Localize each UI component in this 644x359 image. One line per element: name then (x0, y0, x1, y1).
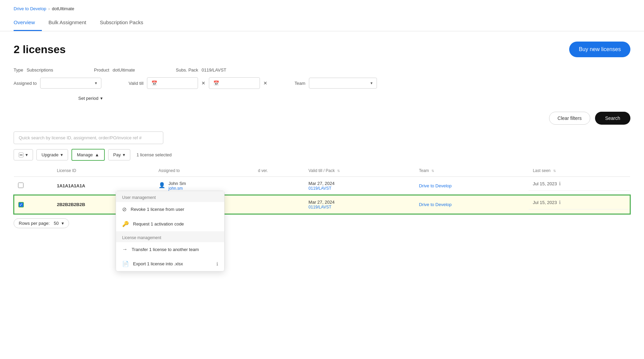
col-last-seen[interactable]: Last seen ⇅ (529, 165, 630, 177)
activation-code-label: Request 1 activation code (133, 221, 218, 227)
col-checkbox (14, 165, 53, 177)
chevron-down-icon: ▾ (95, 81, 97, 85)
tabs-bar: Overview Bulk Assignment Subscription Pa… (0, 15, 644, 31)
filters-section: Type Subscriptions Product dotUltimate S… (0, 64, 644, 109)
filter-type-value: Subscriptions (27, 67, 53, 73)
tab-subscription-packs[interactable]: Subscription Packs (100, 15, 150, 31)
row2-info-icon[interactable]: ℹ (559, 200, 561, 205)
row1-last-seen: Jul 15, 2023 (533, 181, 557, 186)
quick-search-row (0, 131, 644, 149)
filter-type-label: Type (14, 67, 23, 73)
filter-product-label: Product (94, 67, 109, 73)
revoke-icon: ⊘ (122, 206, 127, 213)
row1-version-cell (254, 177, 304, 196)
row1-checkbox[interactable] (18, 183, 23, 188)
clear-filters-button[interactable]: Clear filters (549, 112, 590, 125)
row1-valid-till-cell: Mar 27, 2024 0119/LAVST (304, 177, 415, 196)
filter-assigned-to-label: Assigned to (14, 81, 37, 86)
date-to-clear-icon[interactable]: ✕ (263, 80, 267, 86)
tab-overview[interactable]: Overview (14, 15, 42, 31)
pay-chevron-icon: ▾ (123, 152, 125, 157)
row2-checkbox-cell[interactable]: ✓ (14, 195, 53, 214)
col-valid-till[interactable]: Valid till / Pack ⇅ (304, 165, 415, 177)
row2-version-cell (254, 195, 304, 214)
filter-valid-till-label: Valid till (129, 81, 144, 86)
filter-type-group: Type Subscriptions (14, 67, 53, 73)
row1-license-id: 1A1A1A1A1A (57, 183, 85, 188)
row2-last-seen-cell: Jul 15, 2023 ℹ (529, 196, 630, 209)
filter-date-from[interactable]: 📅 (147, 77, 198, 89)
page-header: 2 licenses Buy new licenses (0, 31, 644, 64)
dropdown-activation-code-item[interactable]: 🔑 Request 1 activation code (116, 217, 224, 231)
select-all-button[interactable]: ▾ (14, 149, 33, 160)
filter-team-label: Team (295, 81, 306, 86)
filter-date-to[interactable]: 📅 (209, 77, 260, 89)
dropdown-user-management-label: User management (116, 191, 224, 202)
row2-checkbox[interactable]: ✓ (18, 202, 24, 207)
row1-info-icon[interactable]: ℹ (559, 181, 561, 186)
col-team[interactable]: Team ⇅ (415, 165, 529, 177)
filter-assigned-to-group: Assigned to ▾ (14, 78, 101, 89)
table-header: License ID Assigned to d ver. Valid till… (14, 165, 630, 177)
last-seen-sort-icon: ⇅ (553, 169, 556, 173)
dropdown-license-management-label: License management (116, 231, 224, 235)
breadcrumb-parent[interactable]: Drive to Develop (14, 6, 46, 11)
row1-team-cell: Drive to Develop (415, 177, 529, 196)
table-row: ✓ 2B2B2B2B2B 👤 Jackie J jackie.j Mar 27,… (14, 195, 630, 214)
row1-user-name: John Sm (168, 181, 186, 186)
row1-team-link[interactable]: Drive to Develop (419, 183, 451, 188)
rows-per-page-chevron-icon: ▾ (62, 221, 64, 226)
filter-product-value: dotUltimate (113, 67, 135, 73)
toolbar: ▾ Upgrade ▾ Manage ▲ Pay ▾ 1 license sel… (0, 149, 644, 165)
filter-subs-pack-value: 0119/LAVST (202, 67, 227, 73)
row1-checkbox-cell[interactable] (14, 177, 53, 196)
rows-per-page-section: Rows per page: 50 ▾ (0, 214, 644, 235)
filter-row-2: Assigned to ▾ Valid till 📅 ✕ 📅 ✕ Team ▾ (14, 77, 630, 89)
col-license-id: License ID (53, 165, 154, 177)
filter-actions: Clear filters Search (0, 109, 644, 131)
filter-team-select[interactable]: ▾ (309, 78, 377, 89)
filter-valid-till-group: Valid till 📅 ✕ 📅 ✕ (129, 77, 267, 89)
pay-button[interactable]: Pay ▾ (108, 149, 130, 160)
row1-user-email[interactable]: john.sm (168, 186, 186, 191)
indeterminate-checkbox-icon (19, 153, 23, 157)
col-version: d ver. (254, 165, 304, 177)
row2-team-link[interactable]: Drive to Develop (419, 202, 451, 207)
row2-valid-date: Mar 27, 2024 (309, 200, 411, 205)
tab-bulk-assignment[interactable]: Bulk Assignment (49, 15, 93, 31)
date-from-clear-icon[interactable]: ✕ (201, 80, 205, 86)
dropdown-revoke-item[interactable]: ⊘ Revoke 1 license from user (116, 202, 224, 217)
filter-product-group: Product dotUltimate (94, 67, 135, 73)
manage-button[interactable]: Manage ▲ (71, 149, 105, 161)
row2-last-seen: Jul 15, 2023 (533, 200, 557, 205)
row1-valid-date: Mar 27, 2024 (309, 181, 411, 186)
manage-arrow-icon: ▲ (95, 152, 99, 157)
filter-row-1: Type Subscriptions Product dotUltimate S… (14, 67, 630, 73)
row2-license-id: 2B2B2B2B2B (57, 202, 85, 207)
rows-per-page-value: 50 (54, 221, 59, 226)
rows-per-page-select[interactable]: Rows per page: 50 ▾ (14, 218, 69, 228)
buy-new-licenses-button[interactable]: Buy new licenses (569, 42, 630, 57)
filter-assigned-to-select[interactable]: ▾ (40, 78, 101, 89)
pay-label: Pay (113, 152, 121, 157)
set-period-dropdown[interactable]: Set period ▾ (78, 94, 630, 103)
quick-search-input[interactable] (14, 131, 163, 144)
row2-valid-till-cell: Mar 27, 2024 0119/LAVST (304, 195, 415, 214)
col-assigned-to: Assigned to (154, 165, 254, 177)
row1-pack-link[interactable]: 0119/LAVST (309, 186, 411, 191)
licenses-table: License ID Assigned to d ver. Valid till… (14, 165, 630, 214)
set-period-label: Set period (78, 96, 98, 101)
breadcrumb: Drive to Develop › dotUltimate (0, 0, 644, 15)
manage-label: Manage (77, 152, 93, 157)
team-chevron-icon: ▾ (370, 81, 373, 85)
calendar-from-icon: 📅 (151, 80, 157, 86)
team-sort-icon: ⇅ (431, 169, 434, 173)
license-selected-text: 1 license selected (136, 152, 171, 157)
row2-team-cell: Drive to Develop (415, 195, 529, 214)
filter-subs-pack-group: Subs. Pack 0119/LAVST (176, 67, 227, 73)
search-button[interactable]: Search (595, 112, 630, 125)
row2-pack-link[interactable]: 0119/LAVST (309, 205, 411, 209)
key-icon: 🔑 (122, 221, 129, 227)
upgrade-button[interactable]: Upgrade ▾ (36, 149, 68, 160)
rows-per-page-label: Rows per page: (19, 221, 50, 226)
